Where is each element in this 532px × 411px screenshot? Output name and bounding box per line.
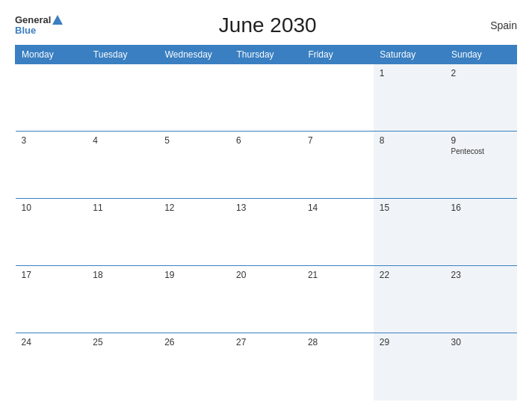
header-row: Monday Tuesday Wednesday Thursday Friday… (16, 46, 517, 64)
day-cell: 11 (87, 199, 158, 266)
col-tuesday: Tuesday (87, 46, 158, 64)
day-number: 20 (236, 270, 296, 280)
day-cell: 7 (302, 132, 374, 199)
day-number: 26 (164, 337, 224, 347)
day-cell: 29 (374, 333, 445, 401)
day-cell: 18 (87, 266, 158, 333)
day-event: Pentecost (451, 147, 511, 155)
day-cell: 30 (445, 333, 517, 401)
calendar-table: Monday Tuesday Wednesday Thursday Friday… (15, 45, 517, 401)
day-cell: 19 (158, 266, 230, 333)
week-row-5: 24252627282930 (16, 333, 517, 401)
day-number: 14 (308, 203, 368, 213)
day-number: 27 (236, 337, 296, 347)
week-row-4: 17181920212223 (16, 266, 517, 333)
day-cell: 27 (230, 333, 302, 401)
day-cell: 28 (302, 333, 374, 401)
day-cell (158, 64, 230, 132)
day-number: 2 (451, 68, 511, 78)
day-number: 23 (451, 270, 511, 280)
day-number: 1 (380, 68, 439, 78)
day-cell: 25 (87, 333, 158, 401)
day-number: 15 (380, 203, 439, 213)
day-cell: 10 (16, 199, 87, 266)
day-cell: 3 (16, 132, 87, 199)
day-cell: 1 (374, 64, 445, 132)
country-label: Spain (472, 19, 517, 31)
day-cell: 13 (230, 199, 302, 266)
day-number: 21 (308, 270, 368, 280)
day-cell: 12 (158, 199, 230, 266)
day-number: 18 (93, 270, 152, 280)
day-cell: 9Pentecost (445, 132, 517, 199)
day-number: 29 (380, 337, 439, 347)
day-number: 12 (164, 203, 224, 213)
day-number: 4 (93, 135, 152, 146)
day-number: 19 (164, 270, 224, 280)
day-cell: 20 (230, 266, 302, 333)
week-row-2: 3456789Pentecost (16, 132, 517, 199)
day-cell: 6 (230, 132, 302, 199)
day-cell (87, 64, 158, 132)
day-cell: 15 (374, 199, 445, 266)
day-number: 24 (22, 337, 81, 347)
col-thursday: Thursday (230, 46, 302, 64)
col-sunday: Sunday (445, 46, 517, 64)
day-number: 30 (451, 337, 511, 347)
day-number: 5 (164, 135, 224, 146)
col-wednesday: Wednesday (158, 46, 230, 64)
header: General Blue June 2030 Spain (15, 13, 517, 37)
day-cell: 24 (16, 333, 87, 401)
day-cell: 23 (445, 266, 517, 333)
col-monday: Monday (16, 46, 87, 64)
day-number: 11 (93, 203, 152, 213)
logo: General Blue (15, 15, 63, 37)
day-cell: 8 (374, 132, 445, 199)
day-cell (230, 64, 302, 132)
day-number: 16 (451, 203, 511, 213)
logo-triangle-icon (52, 15, 63, 25)
logo-blue-text: Blue (15, 25, 63, 36)
day-number: 7 (308, 135, 368, 146)
day-cell: 14 (302, 199, 374, 266)
day-number: 6 (236, 135, 296, 146)
day-number: 13 (236, 203, 296, 213)
day-number: 22 (380, 270, 439, 280)
logo-general-text: General (15, 15, 51, 25)
day-number: 9 (451, 135, 511, 146)
day-number: 3 (22, 135, 81, 146)
day-number: 25 (93, 337, 152, 347)
day-cell: 2 (445, 64, 517, 132)
day-cell (16, 64, 87, 132)
day-cell: 21 (302, 266, 374, 333)
day-number: 8 (380, 135, 439, 146)
calendar-title: June 2030 (63, 13, 472, 37)
day-cell (302, 64, 374, 132)
day-number: 28 (308, 337, 368, 347)
week-row-1: 12 (16, 64, 517, 132)
day-cell: 16 (445, 199, 517, 266)
col-friday: Friday (302, 46, 374, 64)
day-cell: 5 (158, 132, 230, 199)
week-row-3: 10111213141516 (16, 199, 517, 266)
day-cell: 4 (87, 132, 158, 199)
day-cell: 26 (158, 333, 230, 401)
col-saturday: Saturday (374, 46, 445, 64)
day-number: 10 (22, 203, 81, 213)
day-cell: 22 (374, 266, 445, 333)
calendar-page: General Blue June 2030 Spain Monday Tues… (0, 0, 532, 411)
day-cell: 17 (16, 266, 87, 333)
day-number: 17 (22, 270, 81, 280)
